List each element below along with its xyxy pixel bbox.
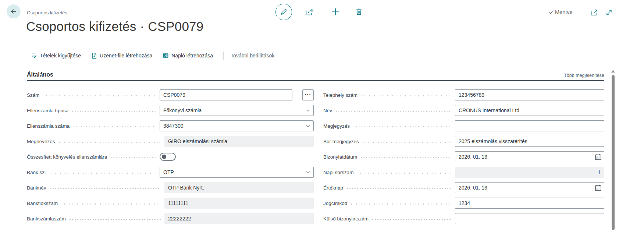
- banknev-readonly-field: OTP Bank Nyrt.: [164, 182, 314, 193]
- action-collect-entries[interactable]: Tételek kigyűjtése: [31, 53, 81, 59]
- szam-input[interactable]: [160, 89, 292, 100]
- action-create-journal[interactable]: Napló létrehozása: [163, 53, 213, 59]
- bank-sz-select[interactable]: [160, 167, 314, 178]
- osszesitett-konyveles-toggle[interactable]: [160, 153, 176, 161]
- section-header: Általános Több megjelenítése: [27, 63, 604, 81]
- action-create-message-file[interactable]: Üzenet-file létrehozása: [91, 53, 152, 59]
- general-fasttab: Általános Több megjelenítése Szám ··· El…: [27, 63, 604, 226]
- dot-leader: [49, 173, 156, 174]
- assist-edit-button[interactable]: ···: [302, 89, 314, 100]
- open-in-new-window-icon: [590, 8, 598, 17]
- chevron-down-icon[interactable]: [306, 124, 310, 128]
- share-button[interactable]: [305, 7, 315, 17]
- calendar-icon[interactable]: [595, 153, 602, 160]
- field-row-napi-sorszam: Napi sorszám 1: [323, 164, 604, 180]
- telephely-szam-input[interactable]: [455, 89, 604, 100]
- kulso-bizonylatszam-input[interactable]: [455, 213, 604, 224]
- breadcrumb[interactable]: Csoportos kifizetés: [27, 10, 67, 15]
- page-title: Csoportos kifizetés · CSP0079: [26, 19, 203, 34]
- pencil-icon: [280, 8, 288, 16]
- dot-leader: [346, 188, 451, 189]
- field-label: Sor megjegyzés: [323, 139, 359, 144]
- field-label: Ellenszámla típusa: [27, 108, 68, 113]
- bizonylatdatum-input[interactable]: [455, 151, 604, 162]
- field-label: Bankszámlaszám: [27, 216, 66, 222]
- dot-leader: [335, 111, 451, 112]
- field-row-nev: Név: [323, 103, 604, 118]
- save-status: Mentve: [548, 9, 573, 15]
- back-arrow-icon: [10, 8, 17, 15]
- dot-leader: [360, 95, 451, 96]
- dot-leader: [69, 219, 161, 220]
- dot-leader: [43, 95, 156, 96]
- delete-button[interactable]: [354, 7, 364, 17]
- expand-button[interactable]: [605, 8, 613, 17]
- bankszamlaszam-readonly-field: 22222222: [164, 213, 314, 224]
- field-label: Bankfiókszám: [27, 201, 58, 206]
- share-icon: [305, 7, 315, 17]
- action-label: Tételek kigyűjtése: [40, 53, 81, 59]
- field-row-ellenszamla-tipusa: Ellenszámla típusa: [27, 103, 314, 118]
- field-label: Bizonylatdátum: [323, 154, 357, 160]
- field-row-bankszamlaszam: Bankszámlaszám 22222222: [27, 211, 314, 226]
- dot-leader: [357, 173, 451, 174]
- dot-leader: [72, 126, 156, 127]
- field-row-szam: Szám ···: [27, 87, 314, 103]
- collect-entries-icon: [31, 53, 37, 59]
- dot-leader: [350, 204, 451, 205]
- vertical-scrollbar[interactable]: [611, 70, 615, 230]
- megjegyzes-input[interactable]: [455, 120, 604, 131]
- section-title[interactable]: Általános: [27, 71, 53, 78]
- chevron-down-icon[interactable]: [306, 170, 310, 175]
- action-label: Üzenet-file létrehozása: [100, 53, 152, 59]
- field-label: Szám: [27, 92, 40, 98]
- form-column-left: Szám ··· Ellenszámla típusa Ellen: [27, 87, 314, 226]
- bankfiokszam-readonly-field: 11111111: [164, 198, 314, 209]
- field-row-ellenszamla-szama: Ellenszámla száma: [27, 118, 314, 134]
- field-label: Bank sz.: [27, 170, 46, 175]
- field-label: Megnevezés: [27, 139, 55, 144]
- field-row-megjegyzes: Megjegyzés: [323, 118, 604, 134]
- field-label: Külső bizonylatszám: [323, 216, 369, 222]
- dot-leader: [58, 142, 161, 143]
- nev-input[interactable]: [455, 105, 604, 116]
- edit-button[interactable]: [275, 4, 292, 20]
- scrollbar-up-arrow[interactable]: [611, 70, 615, 72]
- dot-leader: [362, 142, 451, 143]
- jogcimkod-input[interactable]: [455, 198, 604, 209]
- action-bar-divider: [223, 52, 224, 60]
- chevron-down-icon[interactable]: [306, 108, 310, 113]
- sor-megjegyzes-input[interactable]: [455, 136, 604, 147]
- field-label: Megjegyzés: [323, 123, 350, 129]
- erteknap-input[interactable]: [455, 182, 604, 193]
- ellenszamla-szama-select[interactable]: [160, 120, 314, 131]
- field-row-bank-sz: Bank sz.: [27, 164, 314, 180]
- field-row-telephely-szam: Telephely szám: [323, 87, 604, 103]
- scrollbar-thumb[interactable]: [612, 75, 615, 230]
- action-bar: Tételek kigyűjtése Üzenet-file létrehozá…: [27, 48, 618, 63]
- ellenszamla-tipusa-select[interactable]: [160, 105, 314, 116]
- dot-leader: [353, 126, 451, 127]
- open-in-new-window-button[interactable]: [590, 8, 599, 17]
- create-journal-icon: [163, 53, 169, 59]
- back-button[interactable]: [7, 4, 21, 18]
- calendar-icon[interactable]: [595, 184, 602, 191]
- expand-icon: [605, 8, 613, 17]
- field-row-osszesitett-konyveles: Összesített könyvelés ellenszámlára: [27, 149, 314, 164]
- field-label: Ellenszámla száma: [27, 123, 70, 129]
- more-options-button[interactable]: További beállítások: [231, 53, 274, 59]
- field-row-banknev: Banknév OTP Bank Nyrt.: [27, 180, 314, 195]
- new-button[interactable]: [330, 7, 341, 17]
- show-more-button[interactable]: Több megjelenítése: [564, 73, 604, 78]
- field-label: Napi sorszám: [323, 170, 354, 175]
- field-label: Banknév: [27, 185, 46, 191]
- dot-leader: [61, 204, 161, 205]
- field-label: Telephely szám: [323, 92, 357, 98]
- plus-icon: [330, 7, 341, 17]
- field-row-sor-megjegyzes: Sor megjegyzés: [323, 134, 604, 149]
- dot-leader: [360, 157, 451, 158]
- saved-check-icon: [548, 9, 554, 15]
- field-row-bankfiokszam: Bankfiókszám 11111111: [27, 195, 314, 211]
- form-column-right: Telephely szám Név Megjegyzés: [323, 87, 604, 226]
- dot-leader: [49, 188, 161, 189]
